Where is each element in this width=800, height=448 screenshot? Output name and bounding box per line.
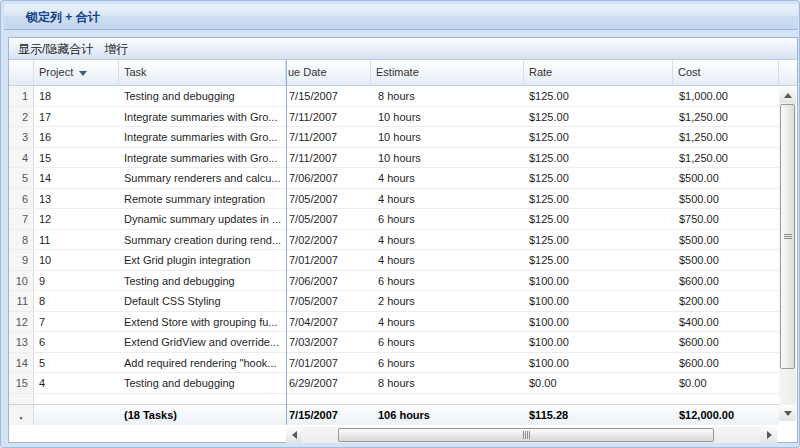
cell-due: 7/05/2007 — [286, 189, 371, 209]
vertical-scrollbar[interactable] — [779, 87, 796, 421]
cell-estimate: 4 hours — [371, 250, 524, 270]
cell-rate: $125.00 — [524, 250, 673, 270]
header-cell-cost[interactable]: Cost — [673, 60, 779, 85]
table-row[interactable]: 316Integrate summaries with Gro...7/11/2… — [9, 127, 779, 148]
cell-due: 7/04/2007 — [286, 312, 371, 332]
page-title: 锁定列 + 合计 — [4, 4, 100, 30]
cell-task: Integrate summaries with Gro... — [119, 127, 286, 147]
cell-due: 7/02/2007 — [286, 230, 371, 250]
cell-task: Integrate summaries with Gro... — [119, 107, 286, 127]
cell-num: 15 — [9, 373, 34, 393]
cell-project: 10 — [34, 250, 119, 270]
table-row[interactable]: 514Summary renderers and calcu...7/06/20… — [9, 168, 779, 189]
cell-rate: $100.00 — [524, 271, 673, 291]
cell-rate: $125.00 — [524, 168, 673, 188]
summary-cost: $12,000.00 — [673, 405, 779, 425]
cell-due: 7/03/2007 — [286, 332, 371, 352]
header-cell-task[interactable]: Task — [119, 60, 286, 85]
horizontal-scrollbar[interactable] — [286, 427, 777, 443]
table-row[interactable]: 118Testing and debugging7/15/20078 hours… — [9, 86, 779, 107]
arrow-right-icon — [767, 431, 772, 439]
table-row[interactable]: 109Testing and debugging7/06/20076 hours… — [9, 271, 779, 292]
cell-cost: $600.00 — [673, 271, 779, 291]
summary-task: (18 Tasks) — [119, 405, 286, 425]
cell-task: Testing and debugging — [119, 271, 286, 291]
cell-cost: $750.00 — [673, 209, 779, 229]
cell-estimate: 8 hours — [371, 373, 524, 393]
header-cell-estimate[interactable]: Estimate — [371, 60, 524, 85]
cell-rate: $0.00 — [524, 373, 673, 393]
cell-task: Extend Store with grouping fu... — [119, 312, 286, 332]
horizontal-scroll-thumb[interactable] — [338, 428, 714, 442]
scroll-left-button[interactable] — [286, 427, 302, 443]
cell-task: Summary renderers and calcu... — [119, 168, 286, 188]
summary-rate: $115.28 — [524, 405, 673, 425]
cell-rate: $125.00 — [524, 86, 673, 106]
add-row-button[interactable]: 增行 — [100, 39, 132, 59]
cell-project: 9 — [34, 271, 119, 291]
cell-estimate: 10 hours — [371, 148, 524, 168]
header-cell-rate[interactable]: Rate — [524, 60, 673, 85]
cell-rate: $125.00 — [524, 148, 673, 168]
table-row[interactable]: 127Extend Store with grouping fu...7/04/… — [9, 312, 779, 333]
cell-due: 7/11/2007 — [286, 107, 371, 127]
cell-project: 7 — [34, 312, 119, 332]
table-row[interactable]: 712Dynamic summary updates in ...7/05/20… — [9, 209, 779, 230]
cell-num: 6 — [9, 189, 34, 209]
table-row[interactable]: 136Extend GridView and override...7/03/2… — [9, 332, 779, 353]
toggle-summary-button[interactable]: 显示/隐藏合计 — [14, 39, 97, 59]
table-row[interactable]: 145Add required rendering "hook...7/01/2… — [9, 353, 779, 374]
cell-task: Summary creation during rend... — [119, 230, 286, 250]
cell-estimate: 6 hours — [371, 209, 524, 229]
summary-estimate: 106 hours — [371, 405, 524, 425]
arrow-left-icon — [292, 431, 297, 439]
cell-due: 7/11/2007 — [286, 127, 371, 147]
table-row[interactable]: 217Integrate summaries with Gro...7/11/2… — [9, 107, 779, 128]
cell-due: 7/05/2007 — [286, 291, 371, 311]
cell-cost: $600.00 — [673, 332, 779, 352]
cell-estimate: 4 hours — [371, 312, 524, 332]
vertical-scroll-thumb[interactable] — [780, 104, 795, 369]
summary-row: . (18 Tasks) 7/15/2007 106 hours $115.28… — [9, 404, 779, 425]
cell-project: 13 — [34, 189, 119, 209]
window: 锁定列 + 合计 显示/隐藏合计 增行 Project Task ue Date… — [0, 0, 800, 448]
cell-cost: $500.00 — [673, 250, 779, 270]
cell-task: Testing and debugging — [119, 373, 286, 393]
cell-estimate: 4 hours — [371, 168, 524, 188]
cell-num: 11 — [9, 291, 34, 311]
cell-cost: $600.00 — [673, 353, 779, 373]
cell-cost: $0.00 — [673, 373, 779, 393]
header-cell-due-date[interactable]: ue Date — [286, 60, 371, 85]
cell-rate: $100.00 — [524, 291, 673, 311]
table-row[interactable]: 811Summary creation during rend...7/02/2… — [9, 230, 779, 251]
scroll-down-button[interactable] — [779, 405, 796, 421]
cell-estimate: 10 hours — [371, 107, 524, 127]
cell-task: Dynamic summary updates in ... — [119, 209, 286, 229]
cell-due: 7/01/2007 — [286, 250, 371, 270]
cell-due: 7/06/2007 — [286, 271, 371, 291]
table-row[interactable]: 154Testing and debugging6/29/20078 hours… — [9, 373, 779, 394]
grid-rows: 118Testing and debugging7/15/20078 hours… — [9, 86, 779, 394]
summary-due-date: 7/15/2007 — [286, 405, 371, 425]
header-cell-project[interactable]: Project — [34, 60, 119, 85]
cell-task: Extend GridView and override... — [119, 332, 286, 352]
table-row[interactable]: 415Integrate summaries with Gro...7/11/2… — [9, 148, 779, 169]
scroll-right-button[interactable] — [761, 427, 777, 443]
cell-task: Integrate summaries with Gro... — [119, 148, 286, 168]
cell-num: 3 — [9, 127, 34, 147]
cell-project: 12 — [34, 209, 119, 229]
cell-cost: $1,250.00 — [673, 127, 779, 147]
table-row[interactable]: 910Ext Grid plugin integration7/01/20074… — [9, 250, 779, 271]
cell-project: 8 — [34, 291, 119, 311]
cell-due: 7/11/2007 — [286, 148, 371, 168]
cell-num: 7 — [9, 209, 34, 229]
cell-num: 10 — [9, 271, 34, 291]
scroll-up-button[interactable] — [779, 87, 796, 103]
table-row[interactable]: 118Default CSS Styling7/05/20072 hours$1… — [9, 291, 779, 312]
cell-rate: $100.00 — [524, 353, 673, 373]
cell-rate: $125.00 — [524, 209, 673, 229]
sort-desc-icon — [79, 71, 87, 76]
table-row[interactable]: 613Remote summary integration7/05/20074 … — [9, 189, 779, 210]
cell-rate: $100.00 — [524, 332, 673, 352]
cell-task: Ext Grid plugin integration — [119, 250, 286, 270]
